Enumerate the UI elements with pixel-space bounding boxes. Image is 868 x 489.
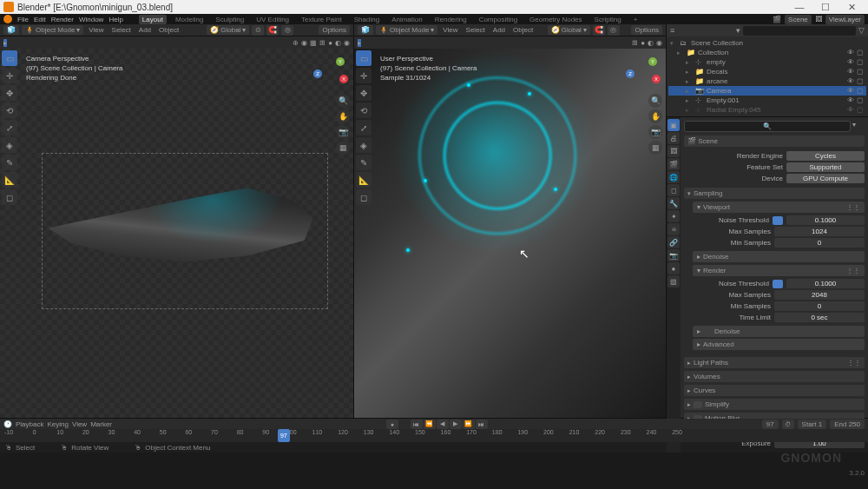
options-dropdown[interactable]: Options <box>319 25 350 35</box>
subpanel-denoise-r[interactable]: ▸Denoise <box>693 326 865 337</box>
tab-add[interactable]: + <box>630 15 641 24</box>
xray-icon[interactable]: ▦ <box>310 39 317 47</box>
current-frame-field[interactable]: 97 <box>762 420 779 429</box>
add-cube-tool[interactable]: ◻ <box>2 189 17 205</box>
panel-light-paths[interactable]: ▸Light Paths⋮⋮ <box>684 357 865 368</box>
ptab-modifier[interactable]: 🔧 <box>667 197 680 209</box>
panel-simplify[interactable]: ▸Simplify <box>684 399 865 410</box>
overlay-icon[interactable]: ◉ <box>301 39 307 47</box>
annotate-tool[interactable]: ✎ <box>2 155 17 170</box>
rotate-tool[interactable]: ⟲ <box>2 102 17 118</box>
menu-playback[interactable]: Playback <box>16 420 43 428</box>
play-icon[interactable]: ▸ <box>358 39 361 47</box>
render-min-field[interactable]: 0 <box>774 301 865 311</box>
menu-window[interactable]: Window <box>79 16 103 23</box>
play-rev-button[interactable]: ◀ <box>437 420 449 429</box>
viewport-canvas-right[interactable]: User Perspective (97) Scene Collection |… <box>354 49 666 418</box>
viewport-max-field[interactable]: 1024 <box>774 227 865 236</box>
editor-icon[interactable]: 🕐 <box>3 420 12 428</box>
pan-icon[interactable]: ✋ <box>336 109 350 123</box>
persp-icon[interactable]: ▦ <box>336 141 350 155</box>
play-icon[interactable]: ▸ <box>3 39 7 47</box>
select-tool[interactable]: ▭ <box>356 50 372 66</box>
feature-set-dropdown[interactable]: Supported <box>786 162 865 172</box>
editor-icon[interactable]: 🧊 <box>3 25 19 35</box>
keyframe-next-button[interactable]: ⏩ <box>463 420 475 429</box>
autokey-icon[interactable]: ● <box>386 420 398 429</box>
options-icon[interactable]: ▾ <box>852 121 865 132</box>
preview-range-icon[interactable]: ⏱ <box>782 420 794 429</box>
editor-icon[interactable]: ≡ <box>670 26 674 35</box>
axis-y-icon[interactable]: Y <box>648 57 657 66</box>
axis-z-icon[interactable]: Z <box>313 69 322 78</box>
outliner-item[interactable]: ▸📷Camera👁▢ <box>668 86 866 96</box>
ptab-data[interactable]: 📷 <box>667 249 680 261</box>
panel-sampling[interactable]: ▾Sampling <box>684 188 865 199</box>
scale-tool[interactable]: ⤢ <box>2 120 17 135</box>
keyframe-prev-button[interactable]: ⏪ <box>424 420 436 429</box>
menu-select[interactable]: Select <box>464 25 488 35</box>
transform-tool[interactable]: ◈ <box>2 137 17 153</box>
rotate-tool[interactable]: ⟲ <box>356 102 372 118</box>
mode-dropdown[interactable]: 🧍Object Mode▾ <box>22 25 83 35</box>
gizmo-icon[interactable]: ⊕ <box>293 39 299 47</box>
zoom-icon[interactable]: 🔍 <box>336 94 350 108</box>
tab-modeling[interactable]: Modeling <box>172 15 207 24</box>
props-search[interactable] <box>684 121 851 132</box>
panel-curves[interactable]: ▸Curves <box>684 385 865 396</box>
jump-end-button[interactable]: ⏭ <box>476 420 488 429</box>
annotate-tool[interactable]: ✎ <box>356 155 372 170</box>
shade-render-icon[interactable]: ◉ <box>656 39 662 47</box>
menu-add[interactable]: Add <box>490 25 508 35</box>
outliner-item[interactable]: ▸⊹Radial Empty.045👁▢ <box>668 105 866 115</box>
nav-gizmo[interactable]: X Y Z <box>624 54 661 90</box>
render-max-field[interactable]: 2048 <box>774 290 865 300</box>
axis-z-icon[interactable]: Z <box>626 69 635 78</box>
subpanel-render[interactable]: ▾Render⋮⋮ <box>693 265 865 276</box>
outliner-search[interactable] <box>743 26 856 36</box>
minimize-button[interactable]: ― <box>786 2 812 12</box>
shade-mat-icon[interactable]: ◐ <box>335 39 341 47</box>
ptab-viewlayer[interactable]: 🖼 <box>667 145 680 157</box>
snap-icon[interactable]: 🧲 <box>593 25 605 36</box>
viewport-min-field[interactable]: 0 <box>774 238 865 248</box>
ptab-output[interactable]: 🖨 <box>667 132 680 144</box>
axis-x-icon[interactable]: X <box>652 75 661 83</box>
menu-file[interactable]: File <box>17 16 29 23</box>
outliner-item[interactable]: ▸📁Collection👁▢ <box>668 48 866 57</box>
add-cube-tool[interactable]: ◻ <box>356 189 372 205</box>
tab-geonodes[interactable]: Geometry Nodes <box>526 15 585 24</box>
tab-scripting[interactable]: Scripting <box>591 15 625 24</box>
shade-wire-icon[interactable]: ⊞ <box>319 39 326 47</box>
tab-sculpting[interactable]: Sculpting <box>212 15 247 24</box>
move-tool[interactable]: ✥ <box>2 85 17 101</box>
menu-render[interactable]: Render <box>51 16 74 23</box>
viewlayer-selector[interactable]: ViewLayer <box>825 15 865 24</box>
menu-edit[interactable]: Edit <box>34 16 46 23</box>
orientation-dropdown[interactable]: 🧭Global▾ <box>207 25 249 35</box>
editor-icon[interactable]: 🧊 <box>358 25 373 35</box>
menu-view[interactable]: View <box>440 25 460 35</box>
outliner-item[interactable]: ▸📁Decals👁▢ <box>668 67 866 76</box>
nav-gizmo[interactable]: X Y Z <box>312 54 348 90</box>
tab-texture[interactable]: Texture Paint <box>298 15 345 24</box>
tab-compositing[interactable]: Compositing <box>476 15 521 24</box>
subpanel-viewport[interactable]: ▾Viewport⋮⋮ <box>693 202 865 213</box>
timeline-ruler[interactable]: -100102030405060708090100110120130140150… <box>0 429 868 442</box>
ptab-render[interactable]: ▣ <box>667 119 680 131</box>
shade-mat-icon[interactable]: ◐ <box>648 39 654 47</box>
menu-object[interactable]: Object <box>156 25 181 35</box>
tab-animation[interactable]: Animation <box>388 15 426 24</box>
proportional-icon[interactable]: ◎ <box>281 25 293 36</box>
render-engine-dropdown[interactable]: Cycles <box>786 151 865 161</box>
tab-rendering[interactable]: Rendering <box>431 15 470 24</box>
render-time-field[interactable]: 0 sec <box>774 313 865 322</box>
device-dropdown[interactable]: GPU Compute <box>786 174 865 183</box>
orientation-dropdown[interactable]: 🧭Global▾ <box>548 25 590 35</box>
pivot-icon[interactable]: ⊙ <box>252 25 264 36</box>
outliner-item[interactable]: ▸📁arcane👁▢ <box>668 76 866 86</box>
ptab-physics[interactable]: ⚛ <box>667 223 680 235</box>
viewport-canvas-left[interactable]: Camera Perspective (97) Scene Collection… <box>0 49 353 418</box>
transform-tool[interactable]: ◈ <box>356 137 372 153</box>
cursor-tool[interactable]: ✛ <box>2 68 17 83</box>
